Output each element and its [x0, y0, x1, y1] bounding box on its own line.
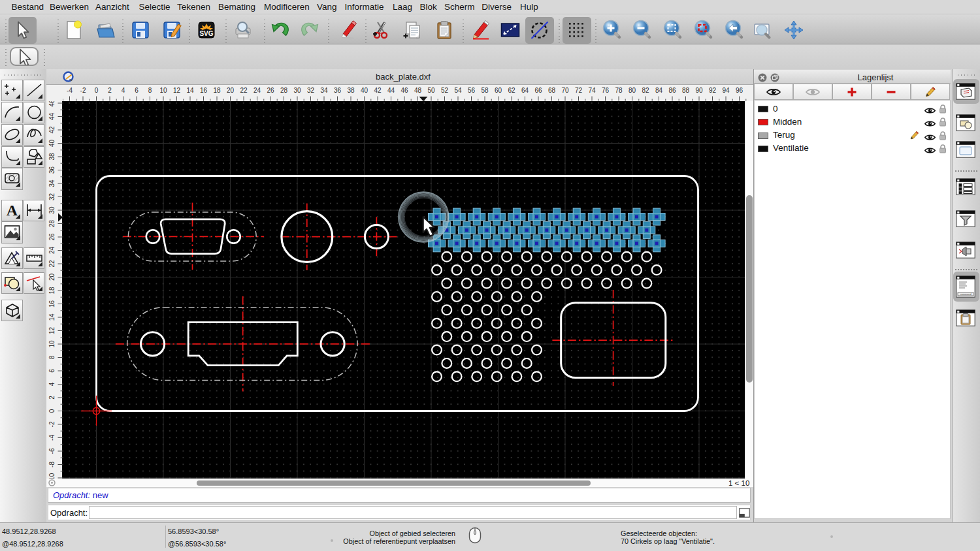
- svg-text:command: command: [960, 292, 972, 296]
- svg-text:28: 28: [48, 220, 56, 228]
- svg-text:14: 14: [186, 87, 194, 94]
- svg-text:10: 10: [159, 87, 167, 94]
- svg-text:62: 62: [508, 87, 515, 94]
- svg-text:64: 64: [521, 87, 529, 94]
- svg-text:22: 22: [48, 260, 56, 268]
- svg-text:72: 72: [575, 87, 583, 94]
- svg-text:16: 16: [48, 300, 56, 308]
- svg-text:34: 34: [320, 87, 328, 94]
- svg-text:30: 30: [48, 206, 56, 214]
- svg-text:68: 68: [548, 87, 556, 94]
- svg-text:82: 82: [642, 87, 649, 94]
- svg-text:20: 20: [48, 274, 56, 281]
- svg-text:42: 42: [48, 126, 56, 134]
- svg-text:0: 0: [48, 409, 56, 413]
- svg-text:56: 56: [468, 87, 476, 94]
- svg-text:A: A: [7, 202, 18, 219]
- svg-text:40: 40: [361, 87, 368, 94]
- svg-text:26: 26: [267, 87, 274, 94]
- svg-text:86: 86: [668, 87, 676, 94]
- svg-text:26: 26: [48, 233, 56, 241]
- svg-text:-4: -4: [67, 87, 73, 94]
- svg-text:-10: -10: [48, 473, 56, 479]
- svg-text:12: 12: [48, 327, 56, 335]
- svg-text:8: 8: [148, 87, 152, 94]
- svg-text:28: 28: [280, 87, 288, 94]
- svg-text:14: 14: [48, 313, 56, 321]
- svg-text:36: 36: [334, 87, 342, 94]
- svg-text:-8: -8: [48, 462, 56, 467]
- svg-text:66: 66: [534, 87, 542, 94]
- svg-text:80: 80: [629, 87, 636, 94]
- svg-text:94: 94: [722, 87, 730, 94]
- svg-text:38: 38: [48, 153, 56, 161]
- svg-text:60: 60: [495, 87, 502, 94]
- svg-text:24: 24: [48, 247, 56, 255]
- svg-text:6: 6: [48, 369, 56, 373]
- svg-text:-6: -6: [48, 448, 56, 454]
- svg-text:40: 40: [48, 140, 56, 148]
- svg-text:48: 48: [414, 87, 422, 94]
- svg-text:0: 0: [95, 87, 99, 94]
- svg-text:30: 30: [293, 87, 301, 94]
- svg-text:20: 20: [227, 87, 235, 94]
- svg-text:52: 52: [441, 87, 449, 94]
- svg-text:76: 76: [602, 87, 610, 94]
- svg-text:2: 2: [48, 396, 56, 400]
- svg-text:44: 44: [48, 113, 56, 121]
- svg-text:58: 58: [481, 87, 489, 94]
- svg-text:18: 18: [48, 287, 56, 294]
- svg-text:32: 32: [307, 87, 315, 94]
- svg-text:92: 92: [709, 87, 717, 94]
- svg-text:36: 36: [48, 166, 56, 174]
- svg-text:12: 12: [173, 87, 181, 94]
- svg-text:78: 78: [615, 87, 623, 94]
- svg-text:8: 8: [48, 355, 56, 359]
- svg-text:-2: -2: [48, 421, 56, 427]
- svg-text:46: 46: [48, 101, 56, 107]
- svg-text:18: 18: [213, 87, 221, 94]
- svg-text:54: 54: [454, 87, 462, 94]
- svg-text:24: 24: [253, 87, 261, 94]
- svg-text:74: 74: [588, 87, 596, 94]
- svg-text:46: 46: [400, 87, 408, 94]
- svg-text:96: 96: [736, 87, 743, 94]
- svg-text:2: 2: [108, 87, 112, 94]
- svg-text:88: 88: [682, 87, 690, 94]
- svg-text:16: 16: [200, 87, 208, 94]
- svg-text:-2: -2: [80, 87, 86, 94]
- svg-text:-4: -4: [48, 435, 56, 441]
- svg-text:10: 10: [48, 340, 56, 348]
- svg-text:22: 22: [240, 87, 248, 94]
- svg-text:50: 50: [427, 87, 435, 94]
- svg-text:90: 90: [695, 87, 703, 94]
- svg-text:84: 84: [655, 87, 663, 94]
- svg-text:44: 44: [387, 87, 395, 94]
- svg-text:70: 70: [561, 87, 569, 94]
- svg-text:6: 6: [135, 87, 139, 94]
- svg-text:4: 4: [122, 87, 125, 94]
- svg-text:34: 34: [48, 180, 56, 187]
- svg-text:38: 38: [347, 87, 355, 94]
- svg-text:32: 32: [48, 193, 56, 201]
- svg-text:SVG: SVG: [199, 30, 213, 37]
- svg-text:4: 4: [48, 382, 56, 386]
- svg-text:42: 42: [374, 87, 382, 94]
